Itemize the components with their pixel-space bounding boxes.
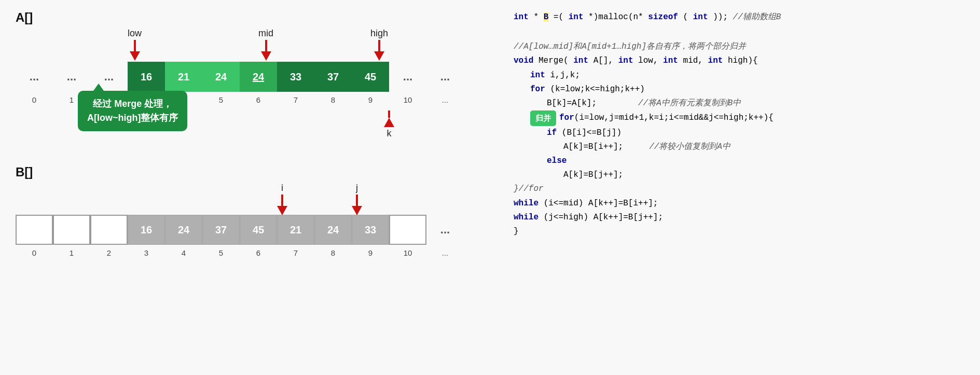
low-arrow-head — [130, 51, 140, 61]
code-line-5: B[k]=A[k]; //将A中所有元素复制到B中 — [514, 96, 964, 110]
idx-a-7: 7 — [277, 95, 314, 104]
tooltip-line2: A[low~high]整体有序 — [87, 113, 178, 123]
cell-b-10 — [389, 215, 426, 245]
code-text-7: A[], — [593, 56, 613, 65]
cell-a-0: ... — [16, 62, 53, 92]
code-text-20: } — [514, 227, 519, 236]
cell-b-2 — [90, 215, 128, 245]
kw-int2: int — [569, 12, 584, 22]
cell-a-10: ... — [389, 62, 426, 92]
k-arrow-head — [384, 118, 394, 127]
kw-while1: while — [514, 199, 539, 208]
code-text-3: *)malloc(n* — [588, 12, 643, 22]
cell-b-6: 45 — [240, 215, 277, 245]
idx-a-8: 8 — [314, 95, 352, 104]
mid-arrow: mid — [258, 28, 273, 61]
code-text-11: i,j,k; — [550, 71, 580, 80]
right-panel: int * B =( int *)malloc(n* sizeof ( int … — [498, 0, 980, 375]
code-line-13: while (j<=high) A[k++]=B[j++]; — [514, 211, 964, 225]
code-line-11: }//for — [514, 182, 964, 196]
cell-b-dots: ... — [426, 215, 464, 245]
cell-a-5: 24 — [202, 62, 240, 92]
array-a-row: ... ... ... 16 21 24 24 33 37 45 ... ... — [16, 62, 482, 92]
kw-int3: int — [693, 12, 708, 22]
cell-b-1 — [53, 215, 90, 245]
i-label: i — [281, 183, 283, 193]
kw-int8: int — [530, 71, 545, 80]
cell-b-8: 24 — [314, 215, 352, 245]
j-arrow-shaft — [356, 195, 358, 206]
kw-int7: int — [708, 56, 723, 65]
code-text-13: B[k]=A[k]; — [547, 96, 597, 110]
idx-a-6: 6 — [240, 95, 277, 104]
code-text-15: (B[i]<=B[j]) — [562, 128, 622, 137]
code-text-12: (k=low;k<=high;k++) — [550, 85, 644, 94]
kw-int: int — [514, 12, 529, 22]
low-arrow-shaft — [134, 40, 136, 51]
code-line-comment: //A[low…mid]和A[mid+1…high]各自有序，将两个部分归并 — [514, 40, 964, 54]
code-text-18: (i<=mid) A[k++]=B[i++]; — [544, 199, 658, 208]
code-line-8: A[k]=B[i++]; //将较小值复制到A中 — [514, 140, 964, 154]
guibing-badge: 归并 — [530, 110, 556, 126]
kw-for2: for — [559, 111, 574, 125]
idx-b-10: 10 — [389, 248, 426, 257]
cell-a-11: ... — [426, 62, 464, 92]
cell-a-6: 24 — [240, 62, 277, 92]
code-text-16: A[k]=B[i++]; — [563, 140, 623, 154]
mid-arrow-head — [261, 51, 271, 61]
highlight-b: B — [544, 12, 549, 22]
tooltip-line1: 经过 Merge 处理， — [93, 99, 172, 109]
kw-else: else — [547, 156, 567, 165]
tooltip-bubble: 经过 Merge 处理， A[low~high]整体有序 — [78, 91, 187, 131]
cell-a-4: 21 — [165, 62, 202, 92]
code-text-8: low, — [638, 56, 658, 65]
idx-a-0: 0 — [16, 95, 53, 104]
idx-b-5: 5 — [202, 248, 240, 257]
code-text-19: (j<=high) A[k++]=B[j++]; — [544, 213, 663, 222]
i-arrow-head — [277, 206, 287, 215]
cell-a-8: 37 — [314, 62, 352, 92]
cell-b-7: 21 — [277, 215, 314, 245]
code-line-14: } — [514, 225, 964, 239]
j-arrow: j — [352, 183, 362, 215]
code-text-9: mid, — [683, 56, 703, 65]
idx-a-5: 5 — [202, 95, 240, 104]
idx-b-4: 4 — [165, 248, 202, 257]
idx-b-3: 3 — [128, 248, 165, 257]
cell-a-9: 45 — [352, 62, 389, 92]
idx-b-0: 0 — [16, 248, 53, 257]
idx-b-6: 6 — [240, 248, 277, 257]
j-arrow-head — [352, 206, 362, 215]
comment-3: //将A中所有元素复制到B中 — [638, 96, 741, 110]
code-line-4: for (k=low;k<=high;k++) — [514, 82, 964, 96]
comment-2: //A[low…mid]和A[mid+1…high]各自有序，将两个部分归并 — [514, 42, 746, 51]
code-line-2: void Merge( int A[], int low, int mid, i… — [514, 54, 964, 68]
j-label: j — [356, 183, 358, 193]
cell-b-3: 16 — [128, 215, 165, 245]
idx-a-10: 10 — [389, 95, 426, 104]
code-line-3: int i,j,k; — [514, 68, 964, 82]
kw-void: void — [514, 56, 533, 65]
k-label: k — [387, 128, 392, 139]
code-line-9: else — [514, 154, 964, 168]
kw-sizeof: sizeof — [648, 12, 678, 22]
low-label: low — [128, 28, 142, 39]
k-arrow-shaft — [388, 110, 390, 118]
left-panel: A[] low mid high ... ... ... 16 21 24 24… — [0, 0, 498, 375]
array-b-label: B[] — [16, 165, 482, 179]
cell-a-1: ... — [53, 62, 90, 92]
kw-int4: int — [573, 56, 588, 65]
idx-a-9: 9 — [352, 95, 389, 104]
mid-arrow-shaft — [265, 40, 267, 51]
cell-b-9: 33 — [352, 215, 389, 245]
code-text-5: )); — [713, 12, 733, 22]
code-line-7: if (B[i]<=B[j]) — [514, 126, 964, 140]
array-b-index-row: 0 1 2 3 4 5 6 7 8 9 10 ... — [16, 246, 482, 259]
cell-b-4: 24 — [165, 215, 202, 245]
idx-b-dots: ... — [426, 248, 464, 257]
high-arrow-head — [374, 51, 384, 61]
comment-4: //将较小值复制到A中 — [649, 140, 730, 154]
code-line-6: 归并 for (i=low,j=mid+1,k=i;i<=mid&&j<=hig… — [514, 110, 964, 126]
i-arrow-shaft — [281, 195, 283, 206]
idx-b-7: 7 — [277, 248, 314, 257]
